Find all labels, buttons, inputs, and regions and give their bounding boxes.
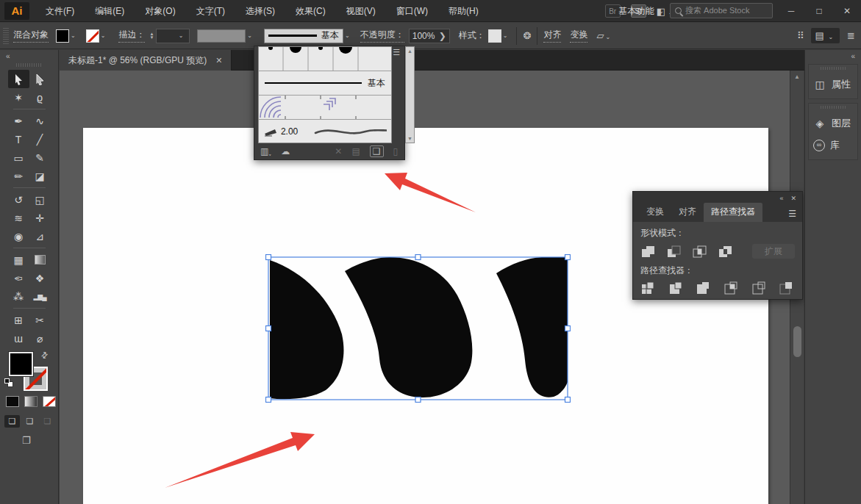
rotate-tool[interactable]: ↺ — [8, 190, 29, 209]
menu-item-7[interactable]: 窗口(W) — [389, 0, 435, 22]
handle-middle-right[interactable] — [565, 326, 571, 331]
line-segment-tool[interactable]: ╱ — [29, 130, 51, 148]
menu-item-3[interactable]: 文字(T) — [189, 0, 232, 22]
none-mode-button[interactable] — [43, 396, 56, 407]
menu-item-8[interactable]: 帮助(H) — [441, 0, 486, 22]
symbol-sprayer-tool[interactable]: ⁂ — [8, 287, 29, 306]
stroke-weight-stepper[interactable]: ▲▼ — [149, 32, 154, 40]
brush-row-pattern[interactable] — [259, 96, 391, 120]
new-brush-icon[interactable]: ❑ — [370, 145, 384, 157]
collapse-panel-icon[interactable]: « — [779, 195, 783, 202]
scroll-up-arrow[interactable]: ▲ — [790, 71, 804, 80]
change-screen-mode-icon[interactable]: ❐ — [22, 435, 31, 446]
swap-fill-stroke-icon[interactable]: ⇄ — [39, 350, 51, 361]
panel-layout-icon[interactable]: ▤ ⌄ — [811, 28, 840, 43]
opacity-label[interactable]: 不透明度： — [360, 29, 404, 43]
brush-list-scrollbar[interactable]: ▲ ▼ — [405, 46, 415, 143]
handle-bottom-left[interactable] — [266, 397, 271, 403]
brush-libraries-menu-icon[interactable]: ▥˯ — [260, 146, 271, 156]
menu-item-6[interactable]: 视图(V) — [339, 0, 383, 22]
remove-brush-stroke-icon[interactable]: ✕ — [335, 146, 342, 156]
handle-top-right[interactable] — [565, 255, 571, 260]
workspace-switcher[interactable]: 基本功能 ⌄ — [618, 0, 664, 22]
menu-item-4[interactable]: 选择(S) — [238, 0, 282, 22]
dock-item-layers[interactable]: ◈ 图层 — [809, 112, 857, 134]
close-button[interactable]: ✕ — [833, 0, 861, 22]
menu-item-0[interactable]: 文件(F) — [38, 0, 82, 22]
slice-tool[interactable]: ✂ — [29, 311, 51, 329]
stroke-profile-dropdown[interactable] — [197, 29, 246, 43]
style-label[interactable]: 样式： — [459, 29, 485, 42]
dock-item-properties[interactable]: ◫ 属性 — [809, 73, 857, 96]
minus-back-icon[interactable] — [779, 281, 795, 295]
blob-shape-2[interactable] — [345, 257, 472, 397]
maximize-button[interactable]: □ — [805, 0, 833, 22]
divide-icon[interactable] — [640, 281, 657, 295]
chevron-down-icon[interactable]: ⌄ — [345, 32, 350, 39]
stroke-color-swatch[interactable] — [86, 29, 99, 43]
minus-front-icon[interactable] — [666, 245, 681, 259]
blob-shape-3[interactable] — [496, 257, 568, 397]
rectangle-tool[interactable]: ▭ — [8, 148, 29, 167]
crop-icon[interactable] — [724, 281, 740, 295]
tab-transform[interactable]: 变换 — [639, 203, 671, 222]
stroke-weight-label[interactable]: 描边： — [118, 29, 145, 43]
merge-icon[interactable] — [696, 281, 712, 295]
panel-menu-icon[interactable]: ☰ — [788, 209, 796, 219]
shaper-tool[interactable]: ✏ — [8, 167, 29, 185]
menu-item-1[interactable]: 编辑(E) — [87, 0, 132, 22]
exclude-icon[interactable] — [718, 245, 732, 259]
panel-menu-icon[interactable]: ☰ — [393, 48, 400, 57]
unite-icon[interactable] — [640, 245, 655, 259]
recolor-artwork-icon[interactable]: ❂ — [523, 30, 531, 41]
selection-tool[interactable] — [8, 70, 29, 88]
hand-tool[interactable]: ɯ — [8, 329, 29, 348]
eyedropper-tool[interactable]: ✑ — [8, 269, 29, 287]
eraser-tool[interactable]: ◪ — [29, 167, 51, 185]
chevron-down-icon[interactable]: ⌄ — [503, 32, 508, 39]
dock-grip[interactable] — [821, 106, 846, 109]
intersect-icon[interactable] — [692, 245, 707, 259]
direct-selection-tool[interactable] — [29, 70, 51, 88]
dock-grid-icon[interactable]: ⠿ — [797, 30, 804, 41]
chevron-down-icon[interactable]: ⌄ — [101, 32, 106, 39]
gradient-tool[interactable] — [29, 251, 51, 269]
close-panel-icon[interactable]: ✕ — [790, 195, 796, 202]
default-fill-stroke-icon[interactable] — [4, 378, 13, 387]
scale-tool[interactable]: ◱ — [29, 190, 51, 209]
width-tool[interactable]: ≋ — [8, 209, 29, 227]
stroke-weight-field[interactable]: ⌄ — [156, 29, 190, 43]
selected-artwork[interactable] — [265, 254, 571, 403]
isolate-selected-object-icon[interactable]: ▱⌄ — [596, 30, 613, 41]
control-bar-menu-icon[interactable]: ≣ — [847, 30, 855, 41]
close-tab-icon[interactable]: ✕ — [215, 56, 222, 65]
collapse-dock-icon[interactable]: « — [805, 50, 861, 60]
handle-bottom-center[interactable] — [415, 397, 421, 403]
chevron-down-icon[interactable]: ⌄ — [71, 32, 76, 39]
trim-icon[interactable] — [668, 281, 685, 295]
outline-icon[interactable] — [751, 281, 768, 295]
toolbar-grip[interactable] — [16, 63, 43, 67]
handle-middle-left[interactable] — [266, 326, 271, 331]
delete-brush-icon[interactable]: ▯ — [393, 146, 399, 156]
menu-item-2[interactable]: 对象(O) — [137, 0, 182, 22]
opacity-field[interactable]: 100% ❯ — [409, 29, 450, 43]
scrollbar-thumb[interactable] — [793, 326, 801, 357]
type-tool[interactable]: T — [8, 130, 29, 148]
chevron-right-icon[interactable]: ❯ — [439, 31, 446, 41]
dock-grip[interactable] — [821, 67, 846, 70]
fill-proxy-swatch[interactable] — [9, 352, 33, 376]
libraries-panel-icon[interactable]: ☁ — [281, 146, 290, 156]
gradient-mode-button[interactable] — [24, 396, 37, 407]
style-swatch[interactable] — [488, 29, 501, 43]
shape-builder-tool[interactable]: ◉ — [8, 227, 29, 245]
brush-row-round-tips[interactable] — [259, 47, 391, 71]
lasso-tool[interactable]: ϱ — [29, 88, 51, 107]
mesh-tool[interactable]: ▦ — [8, 251, 29, 269]
draw-inside-button[interactable]: ❏ — [40, 415, 55, 428]
tab-align[interactable]: 对齐 — [671, 203, 704, 222]
scroll-down-icon[interactable]: ▼ — [407, 136, 412, 141]
paintbrush-tool[interactable]: ✎ — [29, 148, 51, 167]
blob-shape-1[interactable] — [270, 260, 343, 399]
magic-wand-tool[interactable]: ✶ — [8, 88, 29, 107]
